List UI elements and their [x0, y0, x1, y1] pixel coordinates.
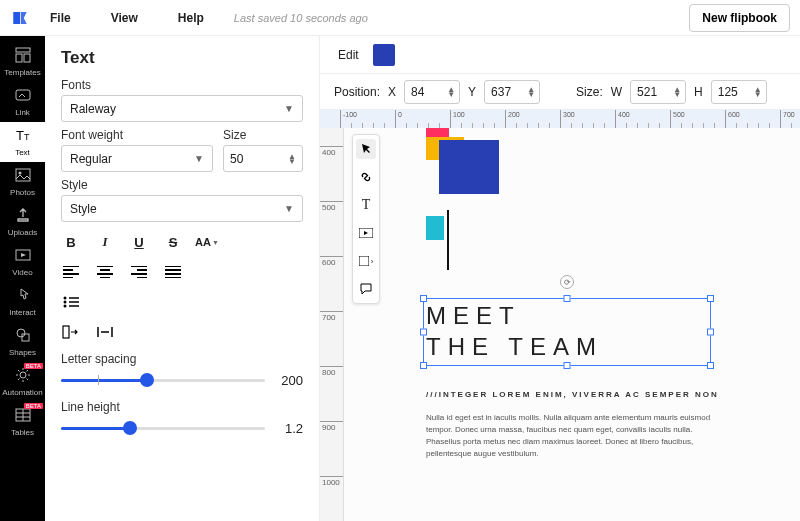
size-label: Size	[223, 128, 303, 142]
rail-photos[interactable]: Photos	[0, 162, 45, 202]
rail-video[interactable]: Video	[0, 242, 45, 282]
rail-shapes[interactable]: Shapes	[0, 322, 45, 362]
menu-help[interactable]: Help	[178, 11, 204, 25]
rail-tables[interactable]: BETATables	[0, 402, 45, 442]
text-indent-icon[interactable]	[61, 322, 81, 342]
app-logo-icon	[10, 8, 30, 28]
photos-icon	[15, 167, 31, 185]
size-label: Size:	[576, 85, 603, 99]
size-h-input[interactable]: 125▲▼	[711, 80, 767, 104]
text-panel: Text Fonts Raleway▼ Font weight Regular▼…	[45, 36, 320, 521]
pos-y-input[interactable]: 637▲▼	[484, 80, 540, 104]
case-button[interactable]: AA▼	[197, 232, 217, 252]
rail-label: Shapes	[9, 348, 36, 357]
subhead-text[interactable]: ///INTEGER LOREM ENIM, VIVERRA AC SEMPER…	[426, 390, 719, 399]
rail-uploads[interactable]: Uploads	[0, 202, 45, 242]
svg-rect-2	[24, 54, 30, 62]
save-status: Last saved 10 seconds ago	[234, 12, 368, 24]
size-w-input[interactable]: 521▲▼	[630, 80, 686, 104]
tables-icon	[15, 407, 31, 425]
artwork-shape[interactable]	[426, 128, 449, 137]
rail-label: Uploads	[8, 228, 37, 237]
headline-text[interactable]: MEETTHE TEAM	[426, 300, 603, 362]
align-row	[61, 262, 303, 282]
rail-templates[interactable]: Templates	[0, 42, 45, 82]
text-tool-icon[interactable]: T	[356, 195, 376, 215]
link-tool-icon[interactable]	[356, 167, 376, 187]
canvas[interactable]: T › ⟳ MEETTHE TEAM ///INTEGER LOREM E	[344, 128, 800, 521]
pos-x-input[interactable]: 84▲▼	[404, 80, 460, 104]
rail-text[interactable]: TTText	[0, 122, 45, 162]
position-bar: Position: X 84▲▼ Y 637▲▼ Size: W 521▲▼ H…	[320, 74, 800, 110]
svg-rect-10	[22, 334, 29, 341]
ruler-horizontal: -1000100200300400500600700	[320, 110, 800, 128]
rail-label: Interact	[9, 308, 36, 317]
artwork-shape[interactable]	[439, 140, 499, 194]
resize-handle[interactable]	[564, 362, 571, 369]
chevron-down-icon: ▼	[284, 203, 294, 214]
align-center-icon[interactable]	[95, 262, 115, 282]
resize-handle[interactable]	[420, 362, 427, 369]
cursor-tool-icon[interactable]	[356, 139, 376, 159]
text-icon: TT	[15, 127, 31, 145]
list-button[interactable]	[61, 292, 81, 312]
line-height-slider[interactable]	[61, 418, 265, 438]
rail-link[interactable]: Link	[0, 82, 45, 122]
italic-button[interactable]: I	[95, 232, 115, 252]
edit-button[interactable]: Edit	[338, 48, 359, 62]
svg-text:T: T	[16, 128, 24, 143]
video-icon	[15, 247, 31, 265]
color-swatch[interactable]	[373, 44, 395, 66]
style-select[interactable]: Style▼	[61, 195, 303, 222]
strike-button[interactable]: S	[163, 232, 183, 252]
rail-automation[interactable]: BETAAutomation	[0, 362, 45, 402]
align-right-icon[interactable]	[129, 262, 149, 282]
rail-label: Photos	[10, 188, 35, 197]
new-flipbook-button[interactable]: New flipbook	[689, 4, 790, 32]
line-height-label: Line height	[61, 400, 303, 414]
svg-point-9	[17, 329, 25, 337]
align-justify-icon[interactable]	[163, 262, 183, 282]
menu-view[interactable]: View	[111, 11, 138, 25]
artwork-shape[interactable]	[447, 210, 449, 270]
svg-rect-6	[16, 169, 30, 181]
underline-button[interactable]: U	[129, 232, 149, 252]
comment-tool-icon[interactable]	[356, 279, 376, 299]
canvas-area: Edit Position: X 84▲▼ Y 637▲▼ Size: W 52…	[320, 36, 800, 521]
shapes-icon	[15, 327, 31, 345]
resize-handle[interactable]	[707, 362, 714, 369]
position-label: Position:	[334, 85, 380, 99]
shape-tool-icon[interactable]: ›	[356, 251, 376, 271]
rail-label: Automation	[2, 388, 42, 397]
font-select[interactable]: Raleway▼	[61, 95, 303, 122]
main-menu: File View Help	[50, 11, 204, 25]
video-tool-icon[interactable]	[356, 223, 376, 243]
size-input[interactable]: 50▲▼	[223, 145, 303, 172]
letter-spacing-slider[interactable]	[61, 370, 265, 390]
rail-label: Video	[12, 268, 32, 277]
x-label: X	[388, 85, 396, 99]
align-left-icon[interactable]	[61, 262, 81, 282]
rail-label: Tables	[11, 428, 34, 437]
resize-handle[interactable]	[707, 295, 714, 302]
weight-label: Font weight	[61, 128, 213, 142]
menu-file[interactable]: File	[50, 11, 71, 25]
weight-select[interactable]: Regular▼	[61, 145, 213, 172]
uploads-icon	[15, 207, 31, 225]
top-bar: File View Help Last saved 10 seconds ago…	[0, 0, 800, 36]
body-text[interactable]: Nulla id eget est in iaculis mollis. Nul…	[426, 412, 726, 460]
spin-icon[interactable]: ▲▼	[288, 154, 296, 164]
resize-handle[interactable]	[707, 329, 714, 336]
ruler-vertical: 4005006007008009001000	[320, 128, 344, 521]
rail-label: Text	[15, 148, 30, 157]
artwork-shape[interactable]	[426, 216, 444, 240]
h-label: H	[694, 85, 703, 99]
style-label: Style	[61, 178, 303, 192]
rail-label: Templates	[4, 68, 40, 77]
svg-point-11	[20, 372, 26, 378]
rotate-handle-icon[interactable]: ⟳	[560, 275, 574, 289]
automation-icon	[15, 367, 31, 385]
text-spacing-icon[interactable]	[95, 322, 115, 342]
bold-button[interactable]: B	[61, 232, 81, 252]
rail-interact[interactable]: Interact	[0, 282, 45, 322]
